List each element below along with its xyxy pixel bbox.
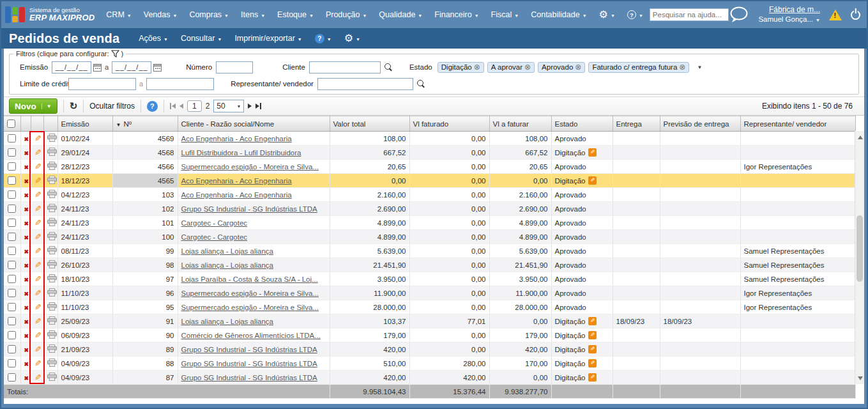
delete-icon[interactable] bbox=[24, 192, 29, 199]
first-page-button[interactable] bbox=[170, 103, 176, 109]
print-icon[interactable] bbox=[47, 232, 57, 240]
remove-chip-icon[interactable] bbox=[575, 63, 581, 71]
menu-contabilidade[interactable]: Contabilidade bbox=[531, 10, 586, 19]
print-icon[interactable] bbox=[47, 344, 57, 353]
client-link[interactable]: Cargotec - Cargotec bbox=[181, 233, 248, 241]
client-link[interactable]: Aco Engenharia - Aco Engenharia bbox=[181, 191, 292, 199]
warning-icon[interactable] bbox=[829, 10, 842, 20]
edit-icon[interactable] bbox=[34, 316, 42, 326]
last-page-button[interactable] bbox=[255, 103, 261, 109]
row-checkbox[interactable] bbox=[8, 275, 16, 283]
row-checkbox[interactable] bbox=[8, 190, 16, 199]
table-row[interactable]: 26/10/23 98 Lojas aliança - Lojas alianç… bbox=[4, 258, 855, 272]
representante-input[interactable] bbox=[317, 78, 413, 90]
print-icon[interactable] bbox=[47, 302, 57, 311]
menu-fiscal[interactable]: Fiscal bbox=[491, 10, 519, 19]
table-row[interactable]: 06/09/23 90 Comércio de Gêneros Alimentí… bbox=[4, 328, 855, 343]
client-link[interactable]: Grupo SG Industrial - SG Indústrias LTDA bbox=[181, 374, 317, 382]
delete-icon[interactable] bbox=[24, 333, 29, 339]
print-icon[interactable] bbox=[47, 204, 57, 212]
delete-icon[interactable] bbox=[24, 319, 29, 325]
client-link[interactable]: Supermercado espigão - Moreira e Silva..… bbox=[181, 304, 319, 311]
scrollbar-thumb[interactable] bbox=[857, 215, 863, 282]
client-link[interactable]: Lufil Distribuidora - Lufil Distribuidor… bbox=[181, 149, 301, 157]
delete-icon[interactable] bbox=[24, 150, 29, 157]
table-row[interactable]: 04/12/23 103 Aco Engenharia - Aco Engenh… bbox=[4, 188, 855, 202]
print-icon[interactable] bbox=[47, 359, 57, 367]
table-row[interactable]: 18/12/23 4565 Aco Engenharia - Aco Engen… bbox=[4, 174, 855, 188]
row-checkbox[interactable] bbox=[8, 219, 16, 227]
filter-funnel-icon[interactable] bbox=[111, 50, 119, 58]
cliente-input[interactable] bbox=[309, 61, 381, 73]
delete-icon[interactable] bbox=[24, 220, 29, 227]
delete-icon[interactable] bbox=[24, 206, 29, 213]
row-checkbox[interactable] bbox=[8, 162, 16, 171]
page-settings-menu[interactable] bbox=[344, 33, 360, 43]
delete-icon[interactable] bbox=[24, 291, 29, 297]
print-icon[interactable] bbox=[47, 260, 57, 268]
estado-edit-icon[interactable] bbox=[588, 176, 597, 185]
table-row[interactable]: 28/12/23 4566 Supermercado espigão - Mor… bbox=[4, 160, 855, 174]
current-page[interactable]: 1 bbox=[187, 100, 202, 112]
edit-icon[interactable] bbox=[34, 274, 42, 284]
header-estado[interactable]: Estado bbox=[551, 116, 613, 132]
estado-edit-icon[interactable] bbox=[588, 331, 597, 339]
help-menu[interactable] bbox=[627, 10, 643, 19]
print-icon[interactable] bbox=[47, 330, 57, 339]
header-valor-total[interactable]: Valor total bbox=[330, 116, 409, 132]
edit-icon[interactable] bbox=[34, 288, 42, 298]
delete-icon[interactable] bbox=[24, 178, 29, 185]
row-checkbox[interactable] bbox=[8, 233, 16, 241]
edit-icon[interactable] bbox=[34, 134, 42, 143]
table-row[interactable]: 24/11/23 102 Grupo SG Industrial - SG In… bbox=[4, 202, 855, 216]
client-link[interactable]: Supermercado espigão - Moreira e Silva..… bbox=[181, 163, 319, 171]
company-link[interactable]: Fábrica de m... bbox=[769, 5, 820, 15]
menu-imprimir-exportar[interactable]: Imprimir/exportar bbox=[234, 34, 301, 43]
vertical-scrollbar[interactable] bbox=[855, 131, 864, 384]
table-row[interactable]: 21/09/23 89 Grupo SG Industrial - SG Ind… bbox=[4, 343, 855, 357]
table-row[interactable]: 25/09/23 91 Lojas aliança - Lojas alianç… bbox=[4, 314, 855, 328]
delete-icon[interactable] bbox=[24, 277, 29, 283]
row-checkbox[interactable] bbox=[8, 176, 16, 185]
row-checkbox[interactable] bbox=[8, 247, 16, 255]
client-link[interactable]: Comércio de Gêneros Alimentícios LTDA... bbox=[181, 332, 321, 339]
print-icon[interactable] bbox=[47, 218, 57, 226]
table-row[interactable]: 11/10/23 96 Supermercado espigão - Morei… bbox=[4, 286, 855, 300]
estado-edit-icon[interactable] bbox=[588, 148, 597, 157]
numero-input[interactable] bbox=[216, 61, 253, 73]
delete-icon[interactable] bbox=[24, 347, 29, 353]
delete-icon[interactable] bbox=[24, 375, 29, 382]
menu-acoes[interactable]: Ações bbox=[139, 34, 168, 43]
print-icon[interactable] bbox=[47, 373, 57, 381]
edit-icon[interactable] bbox=[34, 246, 42, 256]
client-link[interactable]: Lojas aliança - Lojas aliança bbox=[181, 318, 273, 325]
remove-chip-icon[interactable] bbox=[679, 63, 685, 71]
emissao-to-input[interactable] bbox=[112, 61, 151, 73]
estado-chip-a-aprovar[interactable]: A aprovar bbox=[487, 62, 535, 73]
scroll-down-icon[interactable] bbox=[855, 373, 864, 383]
estado-chip-faturado[interactable]: Faturado c/ entrega futura bbox=[588, 62, 689, 73]
menu-estoque[interactable]: Estoque bbox=[277, 10, 314, 19]
print-icon[interactable] bbox=[47, 134, 57, 142]
row-checkbox[interactable] bbox=[8, 261, 16, 269]
row-checkbox[interactable] bbox=[8, 289, 16, 297]
logout-icon[interactable] bbox=[851, 10, 860, 20]
print-icon[interactable] bbox=[47, 190, 57, 198]
print-icon[interactable] bbox=[47, 176, 57, 184]
estado-chip-digitacao[interactable]: Digitação bbox=[438, 62, 484, 73]
delete-icon[interactable] bbox=[24, 164, 29, 171]
row-checkbox[interactable] bbox=[8, 373, 16, 382]
table-row[interactable]: 08/11/23 99 Lojas aliança - Lojas alianç… bbox=[4, 244, 855, 258]
emissao-from-input[interactable] bbox=[52, 61, 91, 73]
print-icon[interactable] bbox=[47, 288, 57, 297]
estado-edit-icon[interactable] bbox=[588, 359, 597, 367]
app-logo[interactable]: Sistema de gestão ERP MAXIPROD bbox=[5, 6, 95, 23]
search-icon[interactable] bbox=[416, 79, 425, 88]
table-row[interactable]: 24/11/23 100 Cargotec - Cargotec 4.899,0… bbox=[4, 230, 855, 244]
menu-consultar[interactable]: Consultar bbox=[181, 34, 222, 43]
filters-legend[interactable]: Filtros (clique para configurar: ) bbox=[13, 50, 126, 58]
header-representante[interactable]: Representante/ vendedor bbox=[740, 116, 855, 132]
limite-from-input[interactable] bbox=[68, 78, 136, 90]
ocultar-filtros-button[interactable]: Ocultar filtros bbox=[89, 102, 135, 111]
edit-icon[interactable] bbox=[34, 176, 42, 185]
